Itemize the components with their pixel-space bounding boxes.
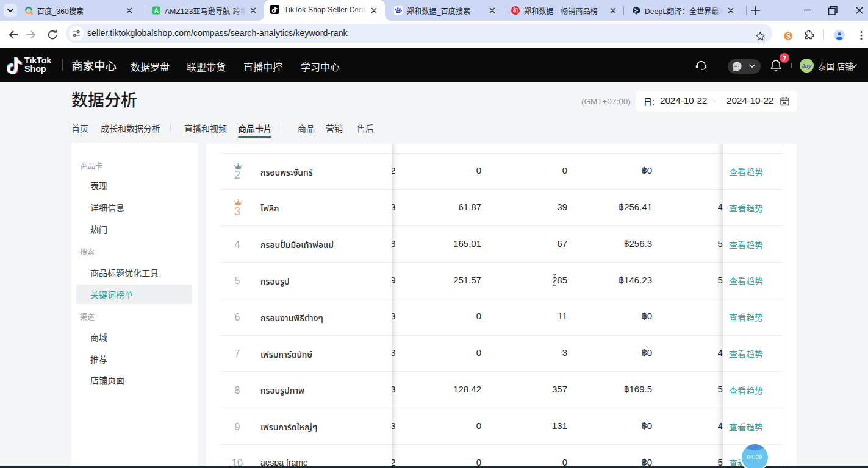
svg-text:和: 和 [513, 6, 518, 13]
svg-text:du: du [397, 10, 401, 13]
svg-text:A: A [154, 7, 158, 14]
svg-text:Jay: Jay [802, 62, 812, 69]
